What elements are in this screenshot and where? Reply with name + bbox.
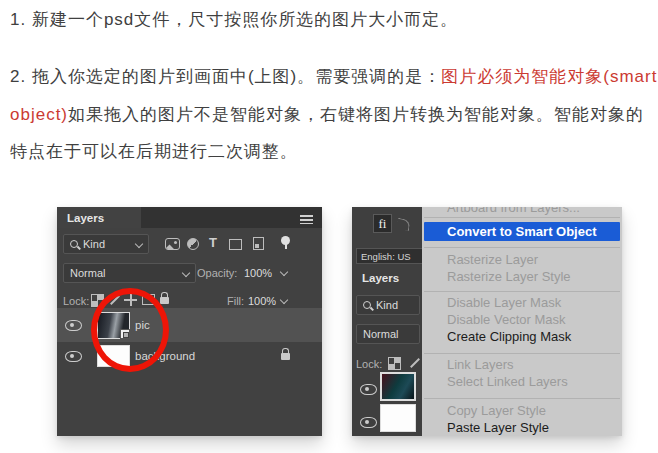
lock-label: Lock: [356, 358, 382, 370]
chevron-down-icon [135, 240, 143, 248]
layer-thumbnail[interactable] [380, 404, 416, 432]
menu-separator [424, 353, 620, 354]
tab-layers-label: Layers [362, 272, 399, 284]
step2-line2: object)如果拖入的图片不是智能对象，右键将图片转换为智能对象。智能对象的 [10, 103, 644, 126]
filter-kind-dropdown[interactable]: Kind [356, 295, 420, 315]
tab-layers-label: Layers [67, 212, 104, 224]
menu-item-copy-layer-style: Copy Layer Style [422, 403, 622, 419]
tab-layers[interactable]: Layers [352, 267, 430, 288]
menu-item-select-linked-layers: Select Linked Layers [422, 374, 622, 390]
visibility-eye-icon[interactable] [65, 320, 82, 331]
annotation-red-circle [91, 288, 169, 372]
filter-adjustment-layers-icon[interactable] [187, 238, 199, 250]
step2-line3: 特点在于可以在后期进行二次调整。 [10, 140, 298, 163]
menu-item-convert-to-smart-object[interactable]: Convert to Smart Object [424, 222, 620, 241]
panel-tab-bar: Layers [57, 207, 322, 228]
blend-mode-dropdown[interactable]: Normal [63, 263, 196, 283]
chevron-down-icon[interactable] [280, 268, 288, 276]
menu-item-paste-layer-style[interactable]: Paste Layer Style [422, 420, 622, 436]
ligature-button[interactable]: fi [373, 214, 392, 233]
filter-kind-label: Kind [376, 299, 398, 311]
language-selector[interactable]: English: US [356, 248, 428, 264]
menu-item-link-layers: Link Layers [422, 357, 622, 373]
layer-lock-icon [281, 353, 290, 360]
filter-toggle-icon[interactable] [281, 236, 290, 245]
fill-label: Fill: [227, 295, 244, 307]
menu-item-create-clipping-mask[interactable]: Create Clipping Mask [422, 329, 622, 345]
visibility-eye-icon[interactable] [360, 417, 377, 428]
opacity-value[interactable]: 100% [244, 267, 272, 279]
pen-icon [396, 218, 411, 231]
context-menu-screenshot: fi English: US Layers Kind Normal Lock: … [352, 207, 622, 436]
blend-mode-dropdown[interactable]: Normal [356, 324, 420, 344]
step2-line1: 2. 拖入你选定的图片到画面中(上图)。需要强调的是：图片必须为智能对象(sma… [10, 65, 657, 88]
filter-pixel-layers-icon[interactable] [165, 238, 180, 250]
menu-separator [424, 398, 620, 399]
opacity-label: Opacity: [197, 267, 237, 279]
chevron-down-icon[interactable] [280, 296, 288, 304]
visibility-eye-icon[interactable] [360, 384, 377, 395]
layer-thumbnail[interactable] [380, 372, 416, 401]
menu-item-rasterize-layer-style: Rasterize Layer Style [422, 269, 622, 285]
menu-separator [424, 217, 620, 218]
menu-separator [424, 291, 620, 292]
fill-value[interactable]: 100% [248, 295, 276, 307]
lock-label: Lock: [63, 295, 89, 307]
tab-layers[interactable]: Layers [57, 207, 141, 228]
filter-kind-dropdown[interactable]: Kind [63, 234, 149, 254]
lock-all-icon[interactable] [160, 297, 169, 304]
lock-transparency-icon[interactable] [388, 357, 401, 370]
menu-item-rasterize-layer: Rasterize Layer [422, 252, 622, 268]
chevron-down-icon [182, 269, 190, 277]
layer-context-menu: Artboard from Layers... Convert to Smart… [422, 207, 622, 436]
step1-text: 1. 新建一个psd文件，尺寸按照你所选的图片大小而定。 [10, 8, 458, 31]
menu-item-partial-top: Artboard from Layers... [447, 207, 580, 215]
step2-line1-red: 图片必须为智能对象(smart [441, 67, 657, 86]
menu-separator [424, 247, 620, 248]
menu-item-disable-layer-mask: Disable Layer Mask [422, 295, 622, 311]
filter-shape-layers-icon[interactable] [229, 239, 242, 250]
visibility-eye-icon[interactable] [65, 351, 82, 362]
layers-panel-screenshot: Layers Kind T Normal Opacity: 100% Lock: [57, 207, 322, 436]
filter-kind-label: Kind [83, 238, 105, 250]
filter-type-layers-icon[interactable]: T [209, 235, 217, 250]
search-icon [70, 240, 78, 248]
step2-line2-red: object) [10, 105, 68, 124]
filter-smart-object-icon[interactable] [253, 237, 264, 250]
search-icon [363, 301, 371, 309]
step2-line1-black: 2. 拖入你选定的图片到画面中(上图)。需要强调的是： [10, 67, 441, 86]
blend-mode-value: Normal [363, 328, 398, 340]
lock-paint-icon[interactable] [410, 358, 420, 368]
panel-menu-icon[interactable] [300, 215, 313, 224]
tutorial-page: 1. 新建一个psd文件，尺寸按照你所选的图片大小而定。 2. 拖入你选定的图片… [0, 0, 658, 453]
blend-mode-value: Normal [70, 267, 105, 279]
menu-item-disable-vector-mask: Disable Vector Mask [422, 312, 622, 328]
step2-line2-black: 如果拖入的图片不是智能对象，右键将图片转换为智能对象。智能对象的 [68, 105, 644, 124]
